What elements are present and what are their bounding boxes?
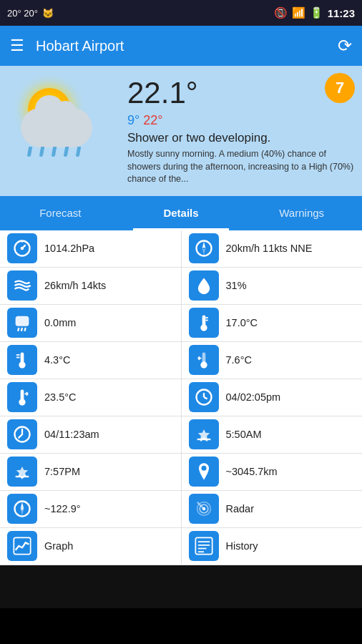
detail-cell-mintemp: 7.6°C [182,342,363,379]
wind-dir-icon [189,233,219,263]
sunrise-icon [189,419,219,449]
history-icon [189,531,219,561]
graph-icon [7,531,37,561]
detail-cell-distance: ~3045.7km [182,454,363,490]
weather-info: 7 22.1° 9° 22° Shower or two developing.… [120,66,362,196]
cloud-icon [21,108,92,147]
detail-cell-maxtime: 04/02:05pm [182,379,363,416]
rain-amount-icon [7,308,37,338]
radar-value: Radar [226,503,255,514]
status-left: 20° 20° 🐱 [7,8,54,19]
detail-cell-dewpoint: 4.3°C [0,342,182,379]
max-temp-icon [7,382,37,412]
detail-row: 7:57PM ~3045.7km [0,454,362,491]
app-header: ☰ Hobart Airport ⟳ [0,26,362,66]
wind2-icon [7,270,37,301]
distance-value: ~3045.7km [226,466,278,477]
detail-cell-humidity: 31% [182,268,363,304]
graph-value: Graph [44,540,73,552]
menu-icon[interactable]: ☰ [10,36,24,55]
distance-icon [189,457,219,487]
weather-image [14,88,107,174]
tab-forecast[interactable]: Forecast [0,196,121,230]
details-grid: 1014.2hPa 20km/h 11kts NNE 26km/h 14kts … [0,230,362,565]
detail-cell-pressure: 1014.2hPa [0,230,182,267]
radar-icon [189,494,219,524]
temp-low: 9° [127,113,140,127]
detail-row: 23.5°C 04/02:05pm [0,379,362,416]
status-temp: 20° 20° [7,8,38,19]
temperature-display: 22.1° [127,76,355,110]
detail-cell-sunrise: 5:50AM [182,416,363,453]
detail-cell-obstime: 04/11:23am [0,416,182,453]
weather-card: 7 22.1° 9° 22° Shower or two developing.… [0,66,362,196]
min-temp-icon [189,345,219,375]
maxtemp-value: 23.5°C [44,391,77,403]
detail-cell-feels: 17.0°C [182,305,363,341]
detail-row: 1014.2hPa 20km/h 11kts NNE [0,230,362,268]
wind-value: 20km/h 11kts NNE [226,243,313,254]
detail-cell-radar[interactable]: Radar [182,491,363,527]
dewpoint-value: 4.3°C [44,354,70,366]
compass-value: ~122.9° [44,503,81,514]
feels-value: 17.0°C [226,317,258,328]
detail-row: 26km/h 14kts 31% [0,268,362,305]
refresh-icon[interactable]: ⟳ [338,36,352,56]
detail-cell-history[interactable]: History [182,528,363,565]
maxtime-value: 04/02:05pm [226,391,281,403]
status-time: 11:23 [328,7,355,19]
svg-point-26 [21,507,24,510]
history-value: History [226,540,258,552]
compass-icon [7,494,37,524]
pressure-icon [7,233,37,263]
detail-row: 0.0mm 17.0°C [0,305,362,342]
sunrise-value: 5:50AM [226,429,262,440]
svg-line-7 [25,328,26,331]
pressure-value: 1014.2hPa [44,243,94,254]
dewpoint-icon [7,345,37,375]
svg-line-22 [204,397,207,399]
humidity-icon [189,270,219,301]
detail-row: Graph History [0,528,362,565]
detail-row: 04/11:23am 5:50AM [0,416,362,454]
detail-cell-wind: 20km/h 11kts NNE [182,230,363,267]
svg-point-24 [201,466,206,471]
svg-point-17 [200,361,207,368]
sunset-icon [7,457,37,487]
tab-details[interactable]: Details [121,196,242,230]
header-title: Hobart Airport [36,38,338,54]
cat-icon: 🐱 [42,8,54,19]
temp-range: 9° 22° [127,113,355,128]
svg-point-1 [21,247,24,250]
detail-row: ~122.9° Radar [0,491,362,528]
svg-line-6 [21,328,22,331]
detail-cell-graph[interactable]: Graph [0,528,182,565]
obstime-value: 04/11:23am [44,429,99,440]
detail-cell-compass: ~122.9° [0,491,182,527]
weather-icon-area [0,66,120,196]
svg-point-9 [200,324,207,331]
detail-row: 4.3°C 7.6°C [0,342,362,379]
mintemp-value: 7.6°C [226,354,252,366]
svg-rect-4 [16,316,29,326]
rain-value: 0.0mm [44,317,76,328]
status-right: 📵 📶 🔋 11:23 [274,6,355,19]
status-bar: 20° 20° 🐱 📵 📶 🔋 11:23 [0,0,362,26]
detail-cell-wind2: 26km/h 14kts [0,268,182,304]
obs-time-icon [7,419,37,449]
battery-icon: 🔋 [310,6,323,19]
detail-cell-rain: 0.0mm [0,305,182,341]
feels-like-icon [189,308,219,338]
tab-warnings[interactable]: Warnings [241,196,362,230]
wifi-icon: 📶 [292,6,305,19]
detail-cell-sunset: 7:57PM [0,454,182,490]
rain-icon [28,147,80,157]
svg-point-19 [19,399,25,405]
detail-cell-maxtemp: 23.5°C [0,379,182,416]
bottom-bar [0,565,362,608]
tab-bar: Forecast Details Warnings [0,196,362,230]
signal-icon: 📵 [274,6,288,19]
clock-icon [189,382,219,412]
wind2-value: 26km/h 14kts [44,280,106,291]
sunset-value: 7:57PM [44,466,80,477]
